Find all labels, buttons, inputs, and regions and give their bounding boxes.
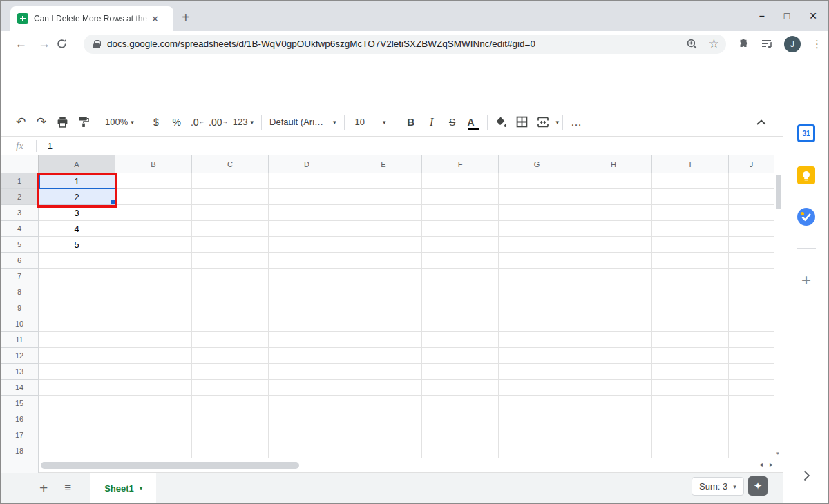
explore-button[interactable]: ✦ bbox=[748, 476, 768, 496]
extensions-puzzle-icon[interactable] bbox=[737, 38, 750, 50]
cell-D8[interactable] bbox=[269, 284, 345, 300]
column-header-F[interactable]: F bbox=[422, 155, 499, 173]
cell-D9[interactable] bbox=[269, 300, 345, 316]
redo-button[interactable]: ↷ bbox=[31, 113, 52, 132]
cell-B12[interactable] bbox=[115, 348, 192, 364]
cell-A18[interactable] bbox=[39, 443, 115, 458]
cell-F12[interactable] bbox=[422, 348, 499, 364]
cell-G3[interactable] bbox=[499, 205, 575, 221]
cell-I7[interactable] bbox=[652, 269, 729, 284]
row-header-5[interactable]: 5 bbox=[1, 237, 39, 253]
vertical-scrollbar-thumb[interactable] bbox=[776, 175, 781, 209]
cell-H15[interactable] bbox=[575, 396, 652, 411]
number-format-button[interactable]: 123▾ bbox=[229, 113, 258, 132]
cell-I1[interactable] bbox=[652, 173, 729, 189]
cell-E14[interactable] bbox=[345, 380, 422, 396]
cell-A10[interactable] bbox=[39, 316, 115, 332]
reload-button[interactable] bbox=[56, 38, 79, 50]
row-header-4[interactable]: 4 bbox=[1, 221, 39, 237]
cell-B10[interactable] bbox=[115, 316, 192, 332]
cell-G10[interactable] bbox=[499, 316, 575, 332]
undo-button[interactable]: ↶ bbox=[10, 113, 31, 132]
browser-tab[interactable]: Can I Delete More Rows at the Sa ✕ bbox=[10, 6, 173, 31]
url-text[interactable]: docs.google.com/spreadsheets/d/1B-WqV0gp… bbox=[107, 39, 680, 49]
cell-D17[interactable] bbox=[269, 427, 345, 443]
cell-F4[interactable] bbox=[422, 221, 499, 237]
cell-J16[interactable] bbox=[729, 411, 774, 427]
cell-B11[interactable] bbox=[115, 332, 192, 348]
cell-J13[interactable] bbox=[729, 364, 774, 380]
cell-F3[interactable] bbox=[422, 205, 499, 221]
cell-C11[interactable] bbox=[192, 332, 269, 348]
cell-F16[interactable] bbox=[422, 411, 499, 427]
cell-A7[interactable] bbox=[39, 269, 115, 284]
cell-H16[interactable] bbox=[575, 411, 652, 427]
row-header-14[interactable]: 14 bbox=[1, 380, 39, 396]
cell-F7[interactable] bbox=[422, 269, 499, 284]
cell-H9[interactable] bbox=[575, 300, 652, 316]
row-header-12[interactable]: 12 bbox=[1, 348, 39, 364]
cell-F5[interactable] bbox=[422, 237, 499, 253]
cell-C7[interactable] bbox=[192, 269, 269, 284]
cell-E18[interactable] bbox=[345, 443, 422, 458]
cell-G7[interactable] bbox=[499, 269, 575, 284]
cell-A6[interactable] bbox=[39, 253, 115, 269]
row-header-8[interactable]: 8 bbox=[1, 284, 39, 300]
cell-C5[interactable] bbox=[192, 237, 269, 253]
cell-H8[interactable] bbox=[575, 284, 652, 300]
tasks-icon[interactable] bbox=[797, 208, 815, 226]
row-header-16[interactable]: 16 bbox=[1, 411, 39, 427]
cell-E15[interactable] bbox=[345, 396, 422, 411]
cell-I18[interactable] bbox=[652, 443, 729, 458]
cell-D2[interactable] bbox=[269, 189, 345, 205]
cell-A17[interactable] bbox=[39, 427, 115, 443]
cell-B13[interactable] bbox=[115, 364, 192, 380]
cell-I3[interactable] bbox=[652, 205, 729, 221]
cell-B5[interactable] bbox=[115, 237, 192, 253]
cell-H3[interactable] bbox=[575, 205, 652, 221]
sheet-tab-sheet1[interactable]: Sheet1 ▾ bbox=[90, 473, 156, 503]
cell-G2[interactable] bbox=[499, 189, 575, 205]
scroll-right-icon[interactable]: ▸ bbox=[770, 461, 773, 468]
cell-E11[interactable] bbox=[345, 332, 422, 348]
cell-D5[interactable] bbox=[269, 237, 345, 253]
cell-D4[interactable] bbox=[269, 221, 345, 237]
cell-D14[interactable] bbox=[269, 380, 345, 396]
cell-B8[interactable] bbox=[115, 284, 192, 300]
forward-button[interactable]: → bbox=[32, 37, 56, 51]
cell-I4[interactable] bbox=[652, 221, 729, 237]
cell-I8[interactable] bbox=[652, 284, 729, 300]
cell-F17[interactable] bbox=[422, 427, 499, 443]
cell-E13[interactable] bbox=[345, 364, 422, 380]
row-header-17[interactable]: 17 bbox=[1, 427, 39, 443]
tab-close-icon[interactable]: ✕ bbox=[151, 14, 159, 24]
cell-J4[interactable] bbox=[729, 221, 774, 237]
close-button[interactable]: ✕ bbox=[809, 11, 817, 21]
paint-format-button[interactable] bbox=[73, 113, 93, 132]
cell-H1[interactable] bbox=[575, 173, 652, 189]
cell-J2[interactable] bbox=[729, 189, 774, 205]
sum-dropdown[interactable]: Sum: 3 ▾ bbox=[692, 477, 744, 496]
column-header-D[interactable]: D bbox=[269, 155, 345, 173]
cell-C15[interactable] bbox=[192, 396, 269, 411]
cell-H2[interactable] bbox=[575, 189, 652, 205]
cell-C10[interactable] bbox=[192, 316, 269, 332]
cell-F10[interactable] bbox=[422, 316, 499, 332]
cell-J11[interactable] bbox=[729, 332, 774, 348]
text-color-button[interactable]: A bbox=[468, 117, 479, 130]
cell-I13[interactable] bbox=[652, 364, 729, 380]
cell-F13[interactable] bbox=[422, 364, 499, 380]
cell-G6[interactable] bbox=[499, 253, 575, 269]
cell-D18[interactable] bbox=[269, 443, 345, 458]
all-sheets-button[interactable]: ≡ bbox=[64, 481, 71, 495]
cell-I14[interactable] bbox=[652, 380, 729, 396]
cell-H17[interactable] bbox=[575, 427, 652, 443]
cell-G1[interactable] bbox=[499, 173, 575, 189]
cell-J14[interactable] bbox=[729, 380, 774, 396]
cell-F14[interactable] bbox=[422, 380, 499, 396]
bookmark-star-icon[interactable]: ☆ bbox=[709, 37, 719, 51]
cell-D3[interactable] bbox=[269, 205, 345, 221]
cell-E6[interactable] bbox=[345, 253, 422, 269]
column-header-J[interactable]: J bbox=[729, 155, 774, 173]
cell-H10[interactable] bbox=[575, 316, 652, 332]
